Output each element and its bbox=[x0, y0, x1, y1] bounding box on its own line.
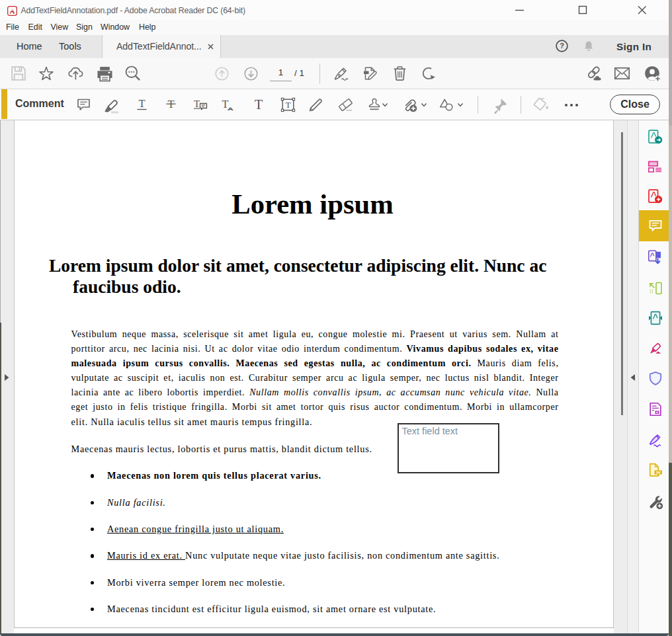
svg-text:T: T bbox=[194, 99, 200, 109]
svg-text:T: T bbox=[255, 97, 263, 112]
svg-text:T: T bbox=[138, 97, 145, 110]
svg-text:T: T bbox=[285, 100, 291, 110]
svg-text:?: ? bbox=[560, 42, 564, 50]
svg-text:T: T bbox=[222, 98, 228, 110]
